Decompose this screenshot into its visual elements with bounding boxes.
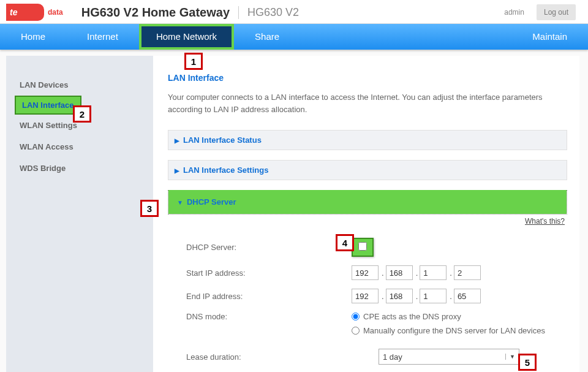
annotation-4: 4 [336,234,354,251]
nav-home-network[interactable]: Home Network [139,24,234,50]
dhcp-enable-checkbox[interactable] [358,242,367,251]
dns-manual-label: Manually configure the DNS server for LA… [363,326,545,335]
sidebar-lan-interface[interactable]: LAN Interface [15,96,81,115]
start-ip-octet-1[interactable] [352,265,379,280]
whats-this-link[interactable]: What's this? [168,217,567,226]
nav-share[interactable]: Share [234,24,300,50]
dns-mode-label: DNS mode: [186,312,352,321]
start-ip-label: Start IP address: [186,268,352,278]
page-subtitle: HG630 V2 [238,6,299,19]
page-title: HG630 V2 Home Gateway [81,6,230,20]
panel-lan-status[interactable]: ▶LAN Interface Status [168,130,567,150]
dhcp-server-label: DHCP Server: [186,243,352,252]
section-title: LAN Interface [168,73,567,83]
nav-internet[interactable]: Internet [66,24,139,50]
username-label: admin [504,8,524,17]
sidebar: LAN Devices LAN Interface WLAN Settings … [6,56,153,372]
section-description: Your computer connects to a LAN interfac… [168,91,567,115]
start-ip-octet-4[interactable] [454,265,481,280]
sidebar-wlan-access[interactable]: WLAN Access [15,136,147,158]
main-nav: Home Internet Home Network Share Maintai… [0,24,588,50]
end-ip-octet-2[interactable] [386,289,413,303]
main-area: LAN Devices LAN Interface WLAN Settings … [0,50,588,372]
lease-duration-label: Lease duration: [186,352,352,362]
annotation-1: 1 [184,53,203,70]
logo-subtext: data [48,8,63,17]
panel-label: LAN Interface Status [183,135,262,145]
panel-label: LAN Interface Settings [183,165,268,175]
end-ip-octet-1[interactable] [352,289,379,303]
start-ip-octet-3[interactable] [420,265,447,280]
start-ip-octet-2[interactable] [386,265,413,280]
nav-home[interactable]: Home [0,24,66,50]
header-bar: te data HG630 V2 Home Gateway HG630 V2 a… [0,0,588,24]
nav-maintain[interactable]: Maintain [511,24,588,50]
panel-label: DHCP Server [187,197,236,207]
chevron-right-icon: ▶ [175,167,179,174]
annotation-5: 5 [518,354,537,371]
annotation-2: 2 [73,105,91,123]
chevron-down-icon: ▼ [177,199,183,206]
end-ip-octet-3[interactable] [420,289,447,303]
panel-dhcp-server[interactable]: ▼DHCP Server [168,190,567,214]
lease-duration-value: 1 day [383,352,402,362]
annotation-3: 3 [140,200,159,217]
dhcp-enable-wrap [352,238,374,257]
chevron-down-icon: ▼ [505,354,515,360]
dns-manual-radio[interactable] [352,327,360,335]
brand-logo: te [6,4,44,21]
end-ip-octet-4[interactable] [454,289,481,303]
panel-lan-settings[interactable]: ▶LAN Interface Settings [168,160,567,180]
logout-button[interactable]: Log out [537,4,576,20]
logo-text: te [10,7,17,17]
content-area: LAN Interface Your computer connects to … [153,56,579,372]
dns-proxy-label: CPE acts as the DNS proxy [363,312,461,321]
sidebar-wds-bridge[interactable]: WDS Bridge [15,158,147,179]
lease-duration-select[interactable]: 1 day ▼ [379,349,519,365]
sidebar-lan-devices[interactable]: LAN Devices [15,74,147,96]
chevron-right-icon: ▶ [175,137,179,144]
dns-proxy-radio[interactable] [352,313,360,321]
end-ip-label: End IP address: [186,292,352,301]
